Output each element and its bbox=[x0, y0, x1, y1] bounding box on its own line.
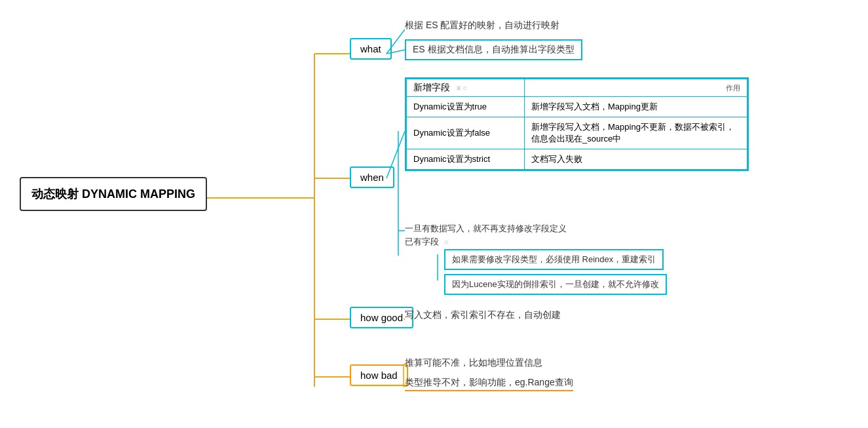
what-label: what bbox=[360, 43, 381, 54]
what-text1: 根据 ES 配置好的映射，自动进行映射 bbox=[405, 20, 559, 31]
mind-map: 动态映射 DYNAMIC MAPPING what 根据 ES 配置好的映射，自… bbox=[0, 0, 868, 428]
table-title: 新增字段 ≡ ○ bbox=[407, 79, 525, 97]
how-bad-label: how bad bbox=[360, 370, 398, 381]
existing-field-sub2: 因为Lucene实现的倒排索引，一旦创建，就不允许修改 bbox=[444, 274, 667, 295]
when-table: 新增字段 ≡ ○ 作用 Dynamic设置为true 新增字段写入文档，Mapp… bbox=[406, 79, 747, 170]
when-node: when bbox=[350, 166, 394, 188]
what-text2: ES 根据文档信息，自动推算出字段类型 bbox=[405, 39, 582, 60]
how-bad-text1: 推算可能不准，比如地理位置信息 bbox=[405, 357, 542, 369]
how-bad-node: how bad bbox=[350, 364, 408, 386]
how-bad-text2: 类型推导不对，影响功能，eg.Range查询 bbox=[405, 377, 573, 391]
what-node: what bbox=[350, 38, 392, 60]
root-node: 动态映射 DYNAMIC MAPPING bbox=[20, 177, 207, 211]
when-table-container: 新增字段 ≡ ○ 作用 Dynamic设置为true 新增字段写入文档，Mapp… bbox=[405, 77, 749, 171]
existing-field-sub1: 如果需要修改字段类型，必须使用 Reindex，重建索引 bbox=[444, 249, 664, 270]
how-good-label: how good bbox=[360, 312, 403, 323]
existing-field-label: 已有字段 ○ bbox=[405, 236, 448, 248]
table-row: Dynamic设置为false 新增字段写入文档，Mapping不更新，数据不被… bbox=[407, 117, 747, 149]
table-row: Dynamic设置为true 新增字段写入文档，Mapping更新 bbox=[407, 97, 747, 117]
how-good-node: how good bbox=[350, 307, 413, 328]
table-action-header: 作用 bbox=[525, 79, 747, 97]
when-label: when bbox=[360, 172, 384, 183]
table-row: Dynamic设置为strict 文档写入失败 bbox=[407, 149, 747, 170]
root-label: 动态映射 DYNAMIC MAPPING bbox=[31, 187, 195, 201]
existing-field-note: 一旦有数据写入，就不再支持修改字段定义 bbox=[405, 223, 567, 235]
how-good-text: 写入文档，索引索引不存在，自动创建 bbox=[405, 309, 561, 321]
